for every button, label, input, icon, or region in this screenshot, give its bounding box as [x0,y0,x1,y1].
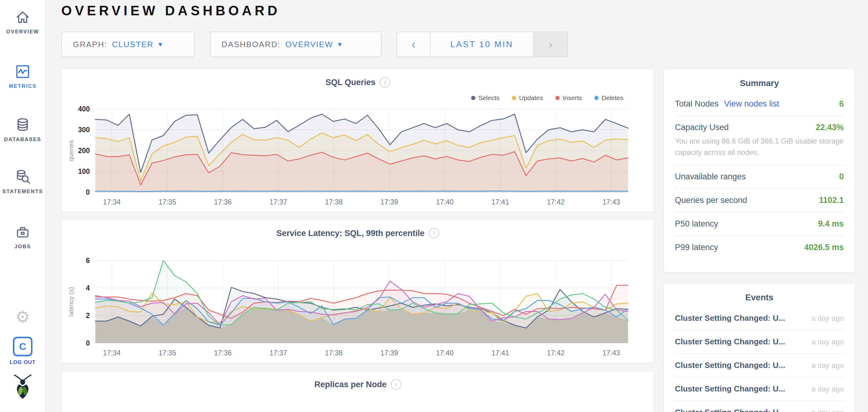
svg-text:17:38: 17:38 [325,198,343,206]
sidebar-item-databases[interactable]: DATABASES [0,117,45,143]
svg-text:200: 200 [78,147,90,154]
page-title: OVERVIEW DASHBOARD [61,3,280,19]
sidebar-item-label: OVERVIEW [0,29,45,35]
svg-text:300: 300 [78,126,90,134]
service-latency-panel: Service Latency: SQL, 99th percentile i … [61,220,654,363]
unavailable-value: 0 [839,172,844,181]
summary-row-p99: P99 latency 4026.5 ms [675,236,844,259]
svg-text:17:41: 17:41 [491,349,509,357]
svg-text:100: 100 [78,167,90,175]
sidebar-item-metrics[interactable]: METRICS [0,64,45,90]
sidebar-item-label: DATABASES [0,137,45,143]
summary-row-p50: P50 latency 9.4 ms [675,212,844,236]
statements-icon [0,169,45,185]
svg-text:17:40: 17:40 [436,198,454,206]
svg-text:17:42: 17:42 [547,349,564,357]
svg-text:17:40: 17:40 [436,349,454,357]
event-row[interactable]: Cluster Setting Changed: U... a day ago [675,401,844,412]
svg-text:0: 0 [86,188,90,196]
sql-queries-panel: SQL Queries i Selects Updates Inserts De… [61,69,654,212]
p50-value: 9.4 ms [818,219,844,229]
svg-text:17:39: 17:39 [380,198,398,206]
svg-text:2: 2 [86,312,90,319]
event-row[interactable]: Cluster Setting Changed: U... a day ago [675,330,844,354]
svg-text:0: 0 [86,339,90,347]
sidebar-item-label: JOBS [0,244,45,250]
svg-text:17:36: 17:36 [214,198,232,206]
svg-text:400: 400 [78,105,90,113]
svg-text:17:35: 17:35 [158,198,176,206]
home-icon [0,9,45,25]
svg-text:queries: queries [67,140,74,161]
sidebar-item-jobs[interactable]: JOBS [0,224,45,250]
service-latency-chart: 024617:3417:3517:3617:3717:3817:3917:401… [62,220,654,363]
sidebar-item-statements[interactable]: STATEMENTS [0,169,45,195]
svg-text:17:34: 17:34 [103,198,121,206]
time-forward-button[interactable]: › [533,32,567,57]
summary-row-qps: Queries per second 1102.1 [675,189,844,212]
graph-dropdown-value: CLUSTER [112,40,154,49]
database-icon [0,117,45,133]
p99-value: 4026.5 ms [804,243,844,252]
sql-queries-chart: 010020030040017:3417:3517:3617:3717:3817… [62,69,654,212]
logout-button[interactable]: C LOG OUT [0,337,45,366]
time-range-label[interactable]: LAST 10 MIN [431,32,533,57]
svg-text:17:35: 17:35 [158,349,176,357]
graph-dropdown[interactable]: GRAPH: CLUSTER ▾ [61,32,195,57]
event-row[interactable]: Cluster Setting Changed: U... a day ago [675,354,844,377]
graph-dropdown-label: GRAPH: [73,40,107,49]
summary-panel: Summary Total NodesView nodes list 6 Cap… [663,69,855,272]
time-back-button[interactable]: ‹ [397,32,431,57]
sidebar-item-overview[interactable]: OVERVIEW [0,9,45,35]
summary-row-capacity: Capacity Used 22.43% You are using 86.6 … [675,116,844,165]
gear-icon[interactable]: ⚙ [0,309,45,325]
capacity-value: 22.43% [815,123,844,132]
app-root: OVERVIEW METRICS DATABASES [0,0,868,412]
briefcase-icon [0,224,45,240]
svg-text:17:43: 17:43 [602,198,620,206]
svg-text:17:38: 17:38 [325,349,343,357]
svg-text:6: 6 [86,256,90,265]
svg-text:17:37: 17:37 [270,198,287,206]
summary-title: Summary [664,69,855,90]
capacity-description: You are using 86.6 GiB of 386.1 GiB usab… [675,135,844,158]
sidebar-item-label: STATEMENTS [0,188,45,195]
summary-row-unavailable: Unavailable ranges 0 [675,165,844,189]
chevron-left-icon: ‹ [412,38,415,51]
sidebar-item-label: METRICS [0,83,45,90]
event-row[interactable]: Cluster Setting Changed: U... a day ago [675,307,844,330]
chevron-down-icon: ▾ [158,40,162,49]
svg-text:17:43: 17:43 [602,349,620,357]
metrics-icon [0,64,45,79]
event-row[interactable]: Cluster Setting Changed: U... a day ago [675,377,844,401]
svg-text:17:41: 17:41 [491,198,509,206]
svg-text:4: 4 [86,284,90,292]
logout-icon: C [13,337,32,356]
dashboard-dropdown-label: DASHBOARD: [222,40,280,49]
sidebar: OVERVIEW METRICS DATABASES [0,0,46,412]
replicas-per-node-panel: Replicas per Node i 1.6k [61,371,654,412]
events-title: Events [664,283,855,304]
logout-label: LOG OUT [0,359,45,366]
summary-row-total-nodes: Total NodesView nodes list 6 [675,93,844,116]
total-nodes-value: 6 [839,99,844,109]
dashboard-dropdown[interactable]: DASHBOARD: OVERVIEW ▾ [210,32,381,57]
qps-value: 1102.1 [819,196,844,205]
svg-text:17:34: 17:34 [103,349,121,357]
svg-text:17:37: 17:37 [270,349,287,357]
cockroachdb-logo-icon [0,373,45,400]
svg-text:17:42: 17:42 [547,198,564,206]
chevron-down-icon: ▾ [338,40,342,49]
chevron-right-icon: › [549,38,553,51]
dashboard-dropdown-value: OVERVIEW [285,40,333,49]
svg-text:17:36: 17:36 [214,349,232,357]
events-panel: Events Cluster Setting Changed: U... a d… [663,283,855,412]
svg-text:17:39: 17:39 [380,349,398,357]
time-range-selector: ‹ LAST 10 MIN › [396,32,568,57]
svg-text:latency (s): latency (s) [67,287,74,317]
view-nodes-list-link[interactable]: View nodes list [724,99,779,108]
replicas-per-node-chart [62,371,654,412]
